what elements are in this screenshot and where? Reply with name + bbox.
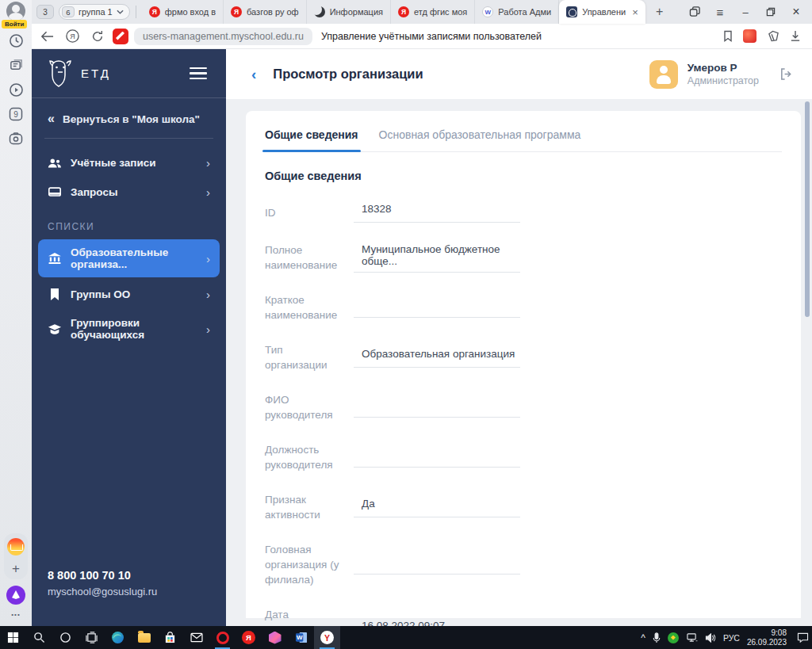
- close-tab-icon[interactable]: ×: [632, 7, 638, 17]
- bank-icon: [48, 252, 62, 265]
- browser-menu-icon[interactable]: ≡: [709, 2, 731, 22]
- user-avatar[interactable]: [649, 60, 678, 89]
- field-row-head-position: Должность руководителя: [265, 442, 782, 472]
- cortana-icon[interactable]: [52, 626, 79, 649]
- alice-assistant-icon[interactable]: [6, 586, 25, 605]
- notes-icon[interactable]: [6, 55, 25, 74]
- field-row-activity-flag: Признак активности Да: [265, 492, 782, 522]
- yandex-home-icon[interactable]: Я: [62, 26, 82, 47]
- new-tab-button[interactable]: +: [650, 2, 669, 21]
- antivirus-tray-icon[interactable]: [668, 632, 679, 643]
- hidden-tabs-counter[interactable]: 3: [36, 5, 54, 19]
- edge-icon[interactable]: [105, 626, 131, 649]
- add-widget-button[interactable]: +: [12, 563, 20, 575]
- page-header: ‹ Просмотр организации Умеров Р Админист…: [226, 49, 812, 99]
- browser-tab[interactable]: Я базгов ру оф: [224, 0, 307, 24]
- history-icon[interactable]: [6, 31, 25, 50]
- screen: Войти 9 + •••: [0, 0, 812, 649]
- field-value[interactable]: 18328: [354, 203, 520, 223]
- download-icon[interactable]: [790, 30, 801, 42]
- dzen-badge-icon[interactable]: 9: [6, 105, 25, 124]
- field-value[interactable]: [354, 555, 520, 575]
- w-favicon: W: [482, 6, 493, 17]
- tray-chevron-up[interactable]: ^: [641, 632, 645, 643]
- back-chevron-icon[interactable]: ‹: [251, 66, 256, 83]
- browser-tab[interactable]: Я фрмо вход в: [142, 0, 224, 24]
- browser-url-bar: Я users-management.myschool.edu.ru Управ…: [32, 24, 812, 49]
- section-title: Общие сведения: [265, 170, 782, 182]
- login-badge[interactable]: Войти: [2, 20, 27, 29]
- crescent-favicon: [314, 6, 325, 17]
- owl-logo-icon: [48, 59, 73, 88]
- volume-icon[interactable]: [705, 633, 716, 643]
- graduation-cap-icon: [48, 323, 62, 335]
- play-icon[interactable]: [6, 80, 25, 99]
- sidebar-item-organizations[interactable]: Образовательные организа... ›: [38, 239, 220, 277]
- mail-app-icon[interactable]: [183, 626, 209, 649]
- address-field[interactable]: users-management.myschool.edu.ru: [134, 28, 312, 45]
- tray-clock[interactable]: 9:08 26.09.2023: [747, 628, 787, 647]
- tab-general-info[interactable]: Общие сведения: [265, 128, 358, 151]
- opera-icon[interactable]: [209, 626, 236, 649]
- browser-tab[interactable]: Информация: [307, 0, 391, 24]
- browser-profile[interactable]: Войти: [5, 2, 27, 25]
- rail-more-button[interactable]: •••: [11, 611, 20, 618]
- sidebar-item-oo-groups[interactable]: Группы ОО ›: [32, 280, 226, 309]
- search-icon[interactable]: [26, 626, 52, 649]
- logo-text: ЕТД: [81, 67, 111, 80]
- sidebar-item-student-groupings[interactable]: Группировки обучающихся ›: [32, 309, 226, 349]
- file-explorer-icon[interactable]: [131, 626, 157, 649]
- windows-taskbar: Я W Y ^ РУС 9:08 26.09.2023: [0, 626, 812, 649]
- browser-tab[interactable]: W Работа Адми: [475, 0, 559, 24]
- field-value[interactable]: [354, 298, 520, 318]
- yandex-app-icon[interactable]: Я: [236, 626, 262, 649]
- back-icon[interactable]: [36, 26, 57, 47]
- notifications-icon[interactable]: [797, 632, 809, 643]
- field-value[interactable]: [354, 398, 520, 418]
- field-value[interactable]: 16.08.2022 09:07: [354, 620, 520, 626]
- logout-icon[interactable]: [779, 67, 793, 81]
- extension-icon[interactable]: [743, 29, 756, 43]
- language-indicator[interactable]: РУС: [723, 633, 740, 643]
- start-button[interactable]: [0, 626, 26, 649]
- field-row-short-name: Краткое наименование: [265, 292, 782, 323]
- chevron-right-icon: ›: [206, 156, 210, 170]
- page-scrollbar[interactable]: [805, 101, 810, 317]
- yandex-favicon: Я: [398, 6, 409, 17]
- protect-shield-icon[interactable]: [113, 29, 128, 44]
- minimize-window-icon[interactable]: –: [734, 2, 756, 22]
- screenshot-icon[interactable]: [6, 129, 25, 148]
- browser-tab-active[interactable]: Управлени ×: [559, 0, 645, 24]
- yandex-mail-icon[interactable]: [7, 538, 25, 555]
- field-value[interactable]: Образовательная организация: [354, 348, 520, 368]
- sidebar-item-accounts[interactable]: Учётные записи ›: [32, 148, 226, 178]
- microsoft-store-icon[interactable]: [157, 626, 183, 649]
- browser-tab[interactable]: Я етд фгис моя: [391, 0, 475, 24]
- sidebar-menu-icon[interactable]: [186, 64, 210, 83]
- refresh-icon[interactable]: [87, 26, 108, 47]
- microphone-icon[interactable]: [653, 632, 661, 643]
- bookmark-icon[interactable]: [723, 30, 733, 42]
- yandex-music-icon[interactable]: [262, 626, 288, 649]
- tab-panels-icon[interactable]: [684, 2, 706, 22]
- tab-main-education-program[interactable]: Основная образовательная программа: [379, 128, 581, 151]
- field-row-head-name: ФИО руководителя: [265, 392, 782, 422]
- rail-apps-group: +: [4, 533, 28, 579]
- yandex-browser-icon[interactable]: Y: [314, 626, 340, 649]
- word-icon[interactable]: W: [288, 626, 314, 649]
- field-row-parent-org: Головная организация (у филиала): [265, 542, 782, 587]
- field-value[interactable]: Муниципальное бюджетное обще...: [354, 243, 520, 273]
- back-to-myschool-link[interactable]: « Вернуться в "Моя школа": [32, 98, 226, 138]
- restore-window-icon[interactable]: [760, 2, 782, 22]
- network-icon[interactable]: [686, 632, 698, 643]
- field-value[interactable]: Да: [354, 498, 520, 517]
- close-window-icon[interactable]: ×: [785, 2, 807, 22]
- svg-text:W: W: [296, 634, 302, 641]
- back-to-myschool-label: Вернуться в "Моя школа": [63, 113, 200, 125]
- collections-icon[interactable]: [767, 30, 779, 42]
- support-email[interactable]: myschool@gosuslugi.ru: [48, 586, 210, 597]
- field-value[interactable]: [354, 448, 520, 468]
- tab-group-pill[interactable]: 6 группа 1: [59, 4, 130, 20]
- task-view-icon[interactable]: [79, 626, 105, 649]
- sidebar-item-requests[interactable]: Запросы ›: [32, 178, 226, 207]
